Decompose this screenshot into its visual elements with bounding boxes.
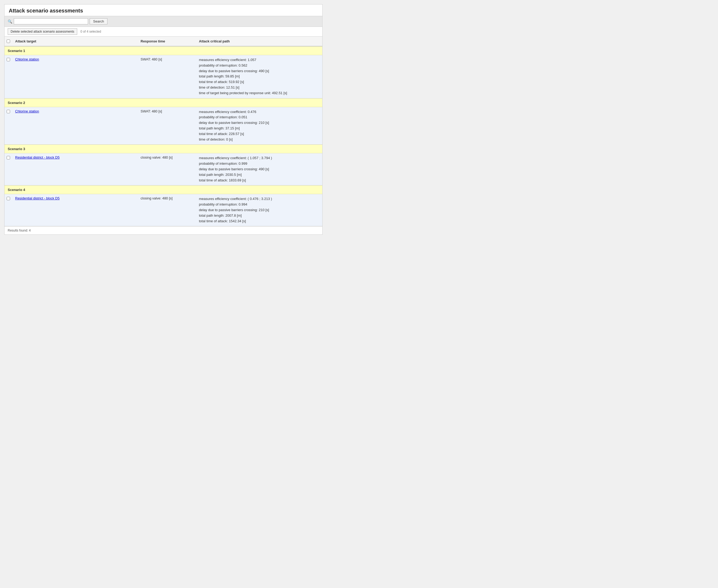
attack-target-link[interactable]: Chlorine station bbox=[15, 57, 39, 61]
critical-path-text: measures efficiency coefficient: ( 1.057… bbox=[199, 155, 320, 183]
attack-target-cell: Residential district - block D5 bbox=[13, 194, 139, 226]
response-time-cell: closing valve: 480 [s] bbox=[139, 153, 197, 185]
header-checkbox-cell bbox=[4, 38, 13, 44]
critical-path-cell: measures efficiency coefficient: 0.476 p… bbox=[197, 107, 322, 145]
table-row: Residential district - block D5closing v… bbox=[4, 153, 322, 185]
page-container: Attack scenario assessments 🔍 Search Del… bbox=[4, 4, 322, 235]
scenario-header-1: Scenario 1 bbox=[4, 46, 322, 55]
table-row: Residential district - block D5closing v… bbox=[4, 194, 322, 226]
scenarios-container: Scenario 1Chlorine stationSWAT: 480 [s]m… bbox=[4, 46, 322, 226]
select-all-checkbox[interactable] bbox=[7, 40, 10, 43]
header-critical-path: Attack critical path bbox=[197, 38, 322, 44]
header-response-time: Response time bbox=[139, 38, 197, 44]
search-bar: 🔍 Search bbox=[4, 16, 322, 27]
response-time-cell: SWAT: 480 [s] bbox=[139, 107, 197, 145]
page-title: Attack scenario assessments bbox=[4, 4, 322, 16]
scenario-header-4: Scenario 4 bbox=[4, 185, 322, 194]
table-container: Attack target Response time Attack criti… bbox=[4, 37, 322, 226]
attack-target-cell: Chlorine station bbox=[13, 107, 139, 145]
row-checkbox[interactable] bbox=[7, 110, 10, 113]
critical-path-cell: measures efficiency coefficient: ( 0.476… bbox=[197, 194, 322, 226]
table-header: Attack target Response time Attack criti… bbox=[4, 37, 322, 46]
table-row: Chlorine stationSWAT: 480 [s]measures ef… bbox=[4, 55, 322, 99]
attack-target-cell: Residential district - block D5 bbox=[13, 153, 139, 185]
response-time-cell: closing valve: 480 [s] bbox=[139, 194, 197, 226]
attack-target-link[interactable]: Residential district - block D5 bbox=[15, 155, 60, 160]
attack-target-link[interactable]: Residential district - block D5 bbox=[15, 196, 60, 200]
row-checkbox-cell bbox=[4, 55, 13, 98]
search-input[interactable] bbox=[14, 18, 88, 24]
selected-count: 0 of 4 selected bbox=[80, 30, 101, 34]
delete-selected-button[interactable]: Delete selected attack scenario assessme… bbox=[8, 28, 77, 35]
search-icon: 🔍 bbox=[8, 19, 12, 24]
attack-target-link[interactable]: Chlorine station bbox=[15, 109, 39, 113]
row-checkbox-cell bbox=[4, 194, 13, 226]
critical-path-text: measures efficiency coefficient: 0.476 p… bbox=[199, 109, 320, 142]
row-checkbox[interactable] bbox=[7, 197, 10, 200]
critical-path-cell: measures efficiency coefficient: 1.057 p… bbox=[197, 55, 322, 98]
critical-path-cell: measures efficiency coefficient: ( 1.057… bbox=[197, 153, 322, 185]
scenario-header-3: Scenario 3 bbox=[4, 145, 322, 153]
row-checkbox-cell bbox=[4, 153, 13, 185]
toolbar: Delete selected attack scenario assessme… bbox=[4, 27, 322, 37]
critical-path-text: measures efficiency coefficient: 1.057 p… bbox=[199, 57, 320, 96]
results-footer: Results found: 4 bbox=[4, 226, 322, 234]
row-checkbox[interactable] bbox=[7, 58, 10, 61]
response-time-cell: SWAT: 480 [s] bbox=[139, 55, 197, 98]
table-row: Chlorine stationSWAT: 480 [s]measures ef… bbox=[4, 107, 322, 145]
search-button[interactable]: Search bbox=[90, 18, 107, 24]
critical-path-text: measures efficiency coefficient: ( 0.476… bbox=[199, 196, 320, 224]
header-attack-target: Attack target bbox=[13, 38, 139, 44]
row-checkbox-cell bbox=[4, 107, 13, 145]
row-checkbox[interactable] bbox=[7, 156, 10, 160]
attack-target-cell: Chlorine station bbox=[13, 55, 139, 98]
scenario-header-2: Scenario 2 bbox=[4, 99, 322, 107]
